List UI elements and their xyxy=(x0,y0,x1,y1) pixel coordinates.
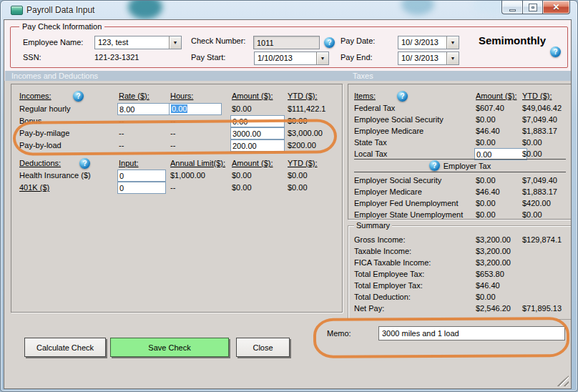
selected-text: 0.00 xyxy=(171,104,187,113)
help-icon[interactable]: ? xyxy=(73,91,84,102)
income-name: Bonus xyxy=(19,117,41,125)
close-dialog-button[interactable]: Close xyxy=(236,338,290,357)
incomes-header-row: Incomes: Rate ($): Hours: Amount ($): YT… xyxy=(11,90,342,102)
tax-ytd: $0.00 xyxy=(522,210,542,219)
employee-name-value: 123, test xyxy=(95,36,169,49)
minimize-button[interactable] xyxy=(501,1,522,14)
pay-date-picker[interactable]: 10/ 3/2013 ▼ xyxy=(398,36,459,49)
summary-value: $3,200.00 xyxy=(476,247,511,255)
summary-ytd: $129,874.1 xyxy=(522,235,562,244)
help-icon[interactable]: ? xyxy=(397,91,408,102)
tax-ytd: $7,049.40 xyxy=(522,115,557,124)
ssn-value: 121-23-1321 xyxy=(94,53,139,62)
chevron-down-icon[interactable]: ▼ xyxy=(316,52,328,64)
summary-group: Summary Gross Income: $3,200.00 $129,874… xyxy=(348,225,572,320)
tax-amount: $0.00 xyxy=(476,199,496,207)
income-row-pay-by-milage: Pay-by-milage -- -- $3,000.00 xyxy=(11,127,342,139)
tax-amount: $0.00 xyxy=(476,176,496,185)
summary-value: $3,200.00 xyxy=(476,235,511,244)
amount-input[interactable] xyxy=(230,115,285,127)
deduction-ytd: $0.00 xyxy=(288,183,308,192)
pay-start-picker[interactable]: 1/10/2013 ▼ xyxy=(254,52,329,65)
deduction-input[interactable] xyxy=(117,170,166,182)
help-icon[interactable]: ? xyxy=(79,158,90,169)
rate-na: -- xyxy=(119,117,124,125)
items-header: Items: xyxy=(354,92,376,100)
glass-reflection xyxy=(128,1,162,19)
income-ytd: $200.00 xyxy=(288,141,316,150)
income-row-regular-hourly: Regular hourly 0.00 $0.00 $111,422.1 xyxy=(11,103,342,115)
employer-tax-row: Employer Fed Unemployment $0.00 $420.00 xyxy=(348,197,571,210)
close-button[interactable]: ✕ xyxy=(543,1,570,14)
employee-name-label: Employee Name: xyxy=(23,38,83,46)
help-icon[interactable]: ? xyxy=(429,160,440,171)
tax-row: State Tax $0.00 $0.00 xyxy=(348,137,571,149)
pay-start-value: 1/10/2013 xyxy=(255,52,316,64)
amount-column-header: Amount ($): xyxy=(232,92,273,100)
glass-reflection xyxy=(401,1,434,15)
ytd-column-header: YTD ($): xyxy=(288,159,318,167)
tax-amount: $46.40 xyxy=(476,187,500,196)
help-icon[interactable]: ? xyxy=(324,37,335,48)
tax-amount: $0.00 xyxy=(476,210,496,219)
summary-legend: Summary xyxy=(354,221,392,230)
rate-input[interactable] xyxy=(117,103,170,115)
hours-na: -- xyxy=(170,117,175,125)
employee-name-combobox[interactable]: 123, test ▼ xyxy=(94,36,182,49)
pay-end-picker[interactable]: 10/ 3/2013 ▼ xyxy=(398,52,459,65)
maximize-button[interactable] xyxy=(522,1,543,14)
minimize-icon xyxy=(509,9,516,11)
tax-amount: $0.00 xyxy=(476,138,496,147)
check-number-input[interactable] xyxy=(253,36,320,49)
tax-name: Employee Medicare xyxy=(354,127,423,135)
help-icon[interactable]: ? xyxy=(550,46,561,57)
summary-value: $2,546.20 xyxy=(476,304,511,313)
deductions-header-row: Deductions: Input: Annual Limit($): Amou… xyxy=(11,157,342,170)
title-bar[interactable]: Payroll Data Input ✕ xyxy=(1,1,577,19)
tax-amount: $46.40 xyxy=(476,127,500,135)
app-icon xyxy=(11,6,23,15)
taxes-header-row: Items: Amount ($): YTD ($): ? xyxy=(348,90,571,102)
summary-row: Total Employee Tax: $653.80 xyxy=(348,268,571,280)
save-check-button[interactable]: Save Check xyxy=(110,338,229,357)
hours-input[interactable]: 0.00 xyxy=(169,103,222,115)
tax-amount: $607.40 xyxy=(476,104,504,112)
rate-column-header: Rate ($): xyxy=(119,92,150,100)
taxes-section-title: Taxes xyxy=(353,72,373,80)
deduction-name: Health Insurance ($) xyxy=(19,171,91,180)
group-legend: Pay Check Information xyxy=(19,22,104,31)
incomes-header: Incomes: xyxy=(19,92,52,100)
deduction-input[interactable] xyxy=(117,182,166,194)
ssn-label: SSN: xyxy=(23,53,41,62)
income-ytd: $3,000.00 xyxy=(288,129,323,137)
deduction-ytd: $0.00 xyxy=(288,171,308,180)
tax-ytd: $0.00 xyxy=(522,138,542,147)
tax-name: Local Tax xyxy=(354,150,387,158)
deduction-401k-link[interactable]: 401K ($) xyxy=(19,183,49,192)
annual-limit-column-header: Annual Limit($): xyxy=(170,159,225,167)
tax-name: Employer Fed Unemployment xyxy=(354,199,459,207)
amount-input[interactable] xyxy=(230,139,285,152)
income-row-bonus: Bonus -- -- $0.00 xyxy=(11,115,342,127)
calculate-check-button[interactable]: Calculate Check xyxy=(24,338,106,357)
income-name: Regular hourly xyxy=(19,104,71,113)
employer-tax-row: Employer State Unemployment $0.00 $0.00 xyxy=(348,209,571,221)
chevron-down-icon[interactable]: ▼ xyxy=(169,36,181,49)
summary-value: $0.00 xyxy=(476,293,496,301)
ytd-column-header: YTD ($): xyxy=(288,92,318,100)
input-column-header: Input: xyxy=(119,159,139,167)
income-amount: $0.00 xyxy=(232,104,252,113)
chevron-down-icon[interactable]: ▼ xyxy=(446,36,459,49)
amount-input[interactable] xyxy=(230,127,285,139)
memo-input[interactable] xyxy=(378,326,565,340)
maximize-icon xyxy=(529,4,537,11)
incomes-deductions-section-title: Incomes and Deductions xyxy=(11,72,98,80)
summary-label: Gross Income: xyxy=(354,235,406,244)
section-banner: Incomes and Deductions Taxes xyxy=(5,71,571,81)
tax-name: Employer Social Security xyxy=(354,176,441,185)
income-ytd: $0.00 xyxy=(288,117,308,125)
deductions-header: Deductions: xyxy=(19,159,61,167)
chevron-down-icon[interactable]: ▼ xyxy=(446,52,459,64)
ytd-column-header: YTD ($): xyxy=(522,92,552,100)
tax-amount: $0.00 xyxy=(476,115,496,124)
